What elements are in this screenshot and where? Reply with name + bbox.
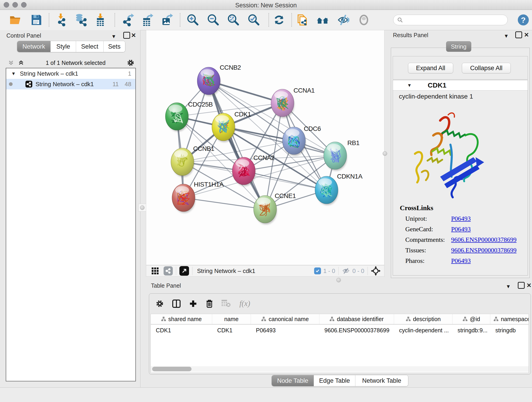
network-node-RB1[interactable]: RB1 — [324, 139, 360, 171]
tab-node-table[interactable]: Node Table — [272, 375, 314, 386]
navigator-icon[interactable] — [371, 266, 380, 276]
table-hscrollbar-track[interactable] — [151, 366, 529, 372]
table-panel: Table Panel ▾ ✕ f(x) shared namenamecano… — [140, 280, 532, 387]
column-header-id[interactable]: @id — [452, 314, 490, 324]
columns-icon[interactable] — [172, 299, 181, 308]
string-network-icon — [25, 81, 32, 88]
export-table-icon[interactable] — [141, 13, 154, 26]
add-column-icon[interactable] — [189, 300, 197, 308]
results-panel-menu-icon[interactable]: ▾ — [505, 33, 508, 39]
column-header-description[interactable]: description — [394, 314, 452, 324]
expand-all-icon[interactable] — [18, 59, 25, 66]
network-node-HIST1H1A[interactable]: HIST1H1A — [172, 181, 224, 213]
network-node-CDK1[interactable]: CDK1 — [212, 111, 251, 142]
tab-network-table[interactable]: Network Table — [355, 375, 408, 386]
export-network-icon[interactable] — [122, 13, 135, 26]
gray-eye-icon[interactable] — [357, 13, 370, 26]
network-row[interactable]: String Network – cdk1 11 48 — [6, 79, 135, 89]
control-panel-close-icon[interactable]: ✕ — [131, 32, 136, 38]
network-edge[interactable] — [184, 198, 265, 209]
save-session-icon[interactable] — [30, 13, 43, 26]
search-input[interactable] — [403, 17, 500, 23]
delete-table-icon[interactable] — [222, 300, 231, 307]
cytoscape-window: { "window": { "title": "Session: New Ses… — [0, 0, 532, 402]
tab-sets[interactable]: Sets — [104, 41, 125, 52]
table-panel-menu-icon[interactable]: ▾ — [507, 283, 510, 289]
share-badge-icon[interactable] — [164, 266, 173, 275]
gene-description-row: cyclin-dependent kinase 1 — [393, 90, 528, 100]
import-database-icon[interactable] — [74, 13, 87, 26]
network-canvas[interactable]: CCNB2 CCNA1 CDC25B CDK1 CDC6 — [146, 30, 385, 265]
trash-icon[interactable] — [206, 299, 213, 308]
tab-network[interactable]: Network — [17, 41, 51, 52]
external-link-icon[interactable] — [179, 266, 189, 276]
import-table-icon[interactable] — [94, 13, 107, 26]
tab-string[interactable]: String — [446, 41, 471, 52]
export-image-icon[interactable] — [161, 13, 174, 26]
collapse-all-icon[interactable] — [7, 59, 14, 66]
network-node-CCNB2[interactable]: CCNB2 — [197, 64, 241, 96]
network-collection-row[interactable]: ▼ String Network – cdk1 1 — [6, 68, 135, 79]
column-header-database-identifier[interactable]: database identifier — [319, 314, 394, 324]
tab-style[interactable]: Style — [51, 41, 76, 52]
network-node-CDKN1A[interactable]: CDKN1A — [315, 173, 362, 205]
network-node-CCNA2[interactable]: CCNA2 — [232, 154, 274, 186]
column-header-name[interactable]: name — [212, 314, 251, 324]
zoom-selected-icon[interactable] — [247, 13, 260, 26]
function-icon[interactable]: f(x) — [239, 299, 252, 308]
network-node-CCNE1[interactable]: CCNE1 — [254, 192, 296, 224]
table-row[interactable]: CDK1CDK1P064939606.ENSP00000378699cyclin… — [151, 325, 529, 336]
table-panel-close-icon[interactable]: ✕ — [526, 282, 532, 288]
gear-icon[interactable] — [156, 300, 164, 308]
column-header-canonical-name[interactable]: canonical name — [251, 314, 319, 324]
houses-icon[interactable] — [317, 13, 329, 26]
copy-network-icon[interactable] — [297, 13, 310, 26]
expand-all-button[interactable]: Expand All — [408, 63, 453, 73]
gene-section-header[interactable]: ▼ CDK1 — [393, 80, 528, 90]
right-splitter-dot[interactable] — [383, 151, 387, 156]
selected-checkbox[interactable] — [314, 268, 321, 274]
control-panel: Control Panel ▾ ✕ NetworkStyleSelectSets… — [0, 30, 140, 387]
table-cell: P06493 — [251, 325, 319, 336]
node-label: CCNB2 — [220, 64, 241, 71]
results-panel-close-icon[interactable]: ✕ — [524, 32, 529, 38]
help-icon[interactable]: ? — [518, 14, 529, 26]
zoom-in-icon[interactable] — [186, 13, 199, 26]
table-hscrollbar-thumb[interactable] — [152, 367, 191, 371]
control-panel-float-icon[interactable] — [123, 32, 130, 39]
zoom-fit-icon[interactable] — [227, 13, 240, 26]
control-panel-menu-icon[interactable]: ▾ — [112, 33, 115, 39]
tab-edge-table[interactable]: Edge Table — [314, 375, 355, 386]
crosslink-value-link[interactable]: 9606.ENSP00000378699 — [451, 247, 516, 254]
grid-icon[interactable] — [151, 267, 159, 275]
network-options-gear-icon[interactable] — [127, 59, 134, 67]
crosslink-label: Compartments: — [405, 236, 451, 243]
crosslink-value-link[interactable]: P06493 — [451, 215, 471, 222]
zoom-out-icon[interactable] — [207, 13, 220, 26]
left-splitter-handle[interactable] — [138, 204, 146, 211]
eye-slash-icon[interactable] — [336, 13, 349, 26]
column-header-shared-name[interactable]: shared name — [151, 314, 212, 324]
control-panel-tabs: NetworkStyleSelectSets — [17, 41, 125, 52]
network-node-CDC6[interactable]: CDC6 — [283, 125, 321, 156]
hidden-eye-icon[interactable] — [342, 268, 350, 274]
crosslink-value-link[interactable]: 9606.ENSP00000378699 — [451, 236, 516, 243]
gene-disclosure-icon[interactable]: ▼ — [407, 83, 412, 88]
refresh-icon[interactable] — [273, 13, 285, 26]
table-panel-float-icon[interactable] — [518, 282, 525, 289]
network-edge[interactable] — [244, 171, 326, 190]
crosslink-value-link[interactable]: P06493 — [451, 257, 471, 264]
collapse-all-button[interactable]: Collapse All — [462, 63, 511, 73]
control-panel-title: Control Panel — [6, 32, 41, 39]
import-network-icon[interactable] — [55, 13, 68, 26]
table-cell: CDK1 — [212, 325, 251, 336]
tab-select[interactable]: Select — [76, 41, 104, 52]
column-header-namespace[interactable]: namespace — [490, 314, 529, 324]
collection-disclosure-icon[interactable]: ▼ — [11, 71, 16, 76]
network-view-title: String Network – cdk1 — [197, 268, 255, 274]
crosslink-row: Pharos: P06493 — [400, 257, 524, 264]
crosslink-value-link[interactable]: P06493 — [451, 225, 471, 233]
node-label: CCNA1 — [293, 87, 315, 94]
results-panel-float-icon[interactable] — [515, 32, 522, 38]
open-session-icon[interactable] — [9, 13, 22, 26]
